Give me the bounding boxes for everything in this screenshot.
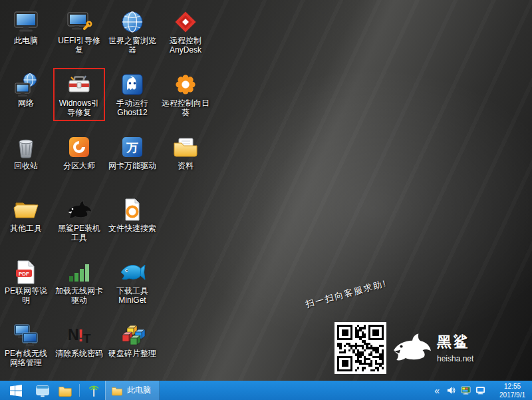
net-mgr-icon <box>2 321 50 349</box>
computer-icon <box>2 8 50 36</box>
brand-logo: 黑鲨 heisha.net <box>391 331 473 363</box>
desktop-icon-miniget-downloader[interactable]: 下载工具MiniGet <box>106 256 158 309</box>
desktop-icon-label: PE有线无线网络管理 <box>2 349 50 368</box>
desktop-icon-pe-network-manager[interactable]: PE有线无线网络管理 <box>0 318 52 371</box>
taskbar: 此电脑 « <box>0 381 532 400</box>
desktop-icon-fast-file-search[interactable]: 文件快速搜索 <box>106 193 158 237</box>
system-tray: « <box>432 381 532 400</box>
desktop-icon-label: 文件快速搜索 <box>108 224 156 234</box>
windows-logo-icon <box>10 385 22 397</box>
desktop-icon-label: 此电脑 <box>2 37 50 46</box>
taskbar-app-this-pc[interactable]: 此电脑 <box>105 381 160 400</box>
brand-name: 黑鲨 <box>437 332 473 352</box>
brand-site: heisha.net <box>437 354 473 363</box>
desktop-icon-other-tools[interactable]: 其他工具 <box>0 193 52 237</box>
wan-icon: 万 <box>108 133 156 161</box>
svg-text:PDF: PDF <box>19 271 29 277</box>
tray-expand-chevron[interactable]: « <box>432 385 442 396</box>
desktop-icon-label: 手动运行Ghost12 <box>108 99 156 118</box>
desktop-icon-world-browser[interactable]: 世界之窗浏览器 <box>106 5 158 59</box>
recycle-icon <box>2 133 50 161</box>
desktop-icon-label: 清除系统密码 <box>55 349 103 359</box>
desktop-icon-partition-master[interactable]: 分区大师 <box>53 130 105 174</box>
desktop-icon-anydesk[interactable]: 远程控制AnyDesk <box>160 5 211 59</box>
anydesk-icon <box>162 8 209 36</box>
quicklaunch-show-desktop[interactable] <box>31 381 54 400</box>
quicklaunch-wifi-tool[interactable] <box>82 381 105 400</box>
folder-icon <box>162 133 209 161</box>
volume-icon[interactable] <box>446 385 456 395</box>
desktop-icon-data-folder[interactable]: 资料 <box>160 130 211 174</box>
password-icon: NT! <box>55 321 103 349</box>
desktop-icon-network[interactable]: 网络 <box>0 68 52 112</box>
shark-logo-icon <box>391 331 432 363</box>
shark-icon <box>55 196 103 224</box>
pdf-icon: PDF <box>2 258 50 286</box>
start-button[interactable] <box>0 381 31 400</box>
svg-text:T: T <box>83 331 91 345</box>
folder-open-icon <box>2 196 50 224</box>
brand-text: 黑鲨 heisha.net <box>437 332 473 363</box>
desktop-icon-label: 资料 <box>162 162 209 171</box>
toolbox-icon <box>55 71 103 99</box>
taskbar-app-label: 此电脑 <box>127 385 151 396</box>
uefi-icon <box>55 8 103 36</box>
desktop-icon-clear-password[interactable]: NT!清除系统密码 <box>53 318 105 362</box>
desktop-icon-label: 硬盘碎片整理 <box>108 349 156 359</box>
search-doc-icon <box>108 196 156 224</box>
folder-icon <box>58 383 72 398</box>
taskbar-divider <box>79 384 80 397</box>
wifi-antenna-icon <box>86 383 101 398</box>
desktop-icon-label: 黑鲨PE装机工具 <box>55 224 103 243</box>
desktop-icon-label: 加载无线网卡驱动 <box>55 287 103 305</box>
clock-date: 2017/9/1 <box>499 391 525 399</box>
network-icon <box>2 71 50 99</box>
qr-caption: 扫一扫向客服求助! <box>305 270 417 310</box>
desktop-icon-label: 分区大师 <box>55 162 103 171</box>
desktop-icon-nic-universal-driver[interactable]: 万网卡万能驱动 <box>106 130 158 174</box>
partition-icon <box>55 133 103 161</box>
display-resolution-icon[interactable] <box>461 385 471 395</box>
sunflower-icon <box>162 71 209 99</box>
desktop-icon-label: 世界之窗浏览器 <box>108 37 156 55</box>
desktop-icon-uefi-boot-repair[interactable]: UEFI引导修复 <box>53 5 105 59</box>
desktop-icon-label: UEFI引导修复 <box>55 37 103 55</box>
clock-time: 12:55 <box>499 382 525 391</box>
signal-icon <box>55 258 103 286</box>
taskbar-clock[interactable]: 12:55 2017/9/1 <box>499 382 528 399</box>
desktop-icon-pe-network-guide[interactable]: PDFPE联网等说明 <box>0 256 52 309</box>
svg-text:万: 万 <box>126 141 138 154</box>
desktop-icon-label: 远程控制AnyDesk <box>162 37 209 55</box>
desktop-icon-label: 其他工具 <box>2 224 50 234</box>
fish-icon <box>108 258 156 286</box>
desktop: 此电脑UEFI引导修复世界之窗浏览器远程控制AnyDesk网络Widnows引导… <box>0 0 532 400</box>
desktop-icon-ghost12[interactable]: 手动运行Ghost12 <box>106 68 158 121</box>
desktop-icon-label: 下载工具MiniGet <box>108 287 156 305</box>
ghost-icon <box>108 71 156 99</box>
desktop-icon-label: Widnows引导修复 <box>55 99 103 118</box>
desktop-icon-this-pc[interactable]: 此电脑 <box>0 5 52 49</box>
desktop-icon-label: 远程控制向日葵 <box>162 99 209 118</box>
desktop-icon-label: PE联网等说明 <box>2 287 50 305</box>
quicklaunch-explorer[interactable] <box>54 381 76 400</box>
desktop-icon-recycle-bin[interactable]: 回收站 <box>0 130 52 174</box>
desktop-icon-windows-boot-repair[interactable]: Widnows引导修复 <box>53 68 105 121</box>
desktop-icon-disk-defrag[interactable]: 硬盘碎片整理 <box>106 318 158 362</box>
desktop-icon-load-wifi-driver[interactable]: 加载无线网卡驱动 <box>53 256 105 309</box>
desktop-icon-sunflower-remote[interactable]: 远程控制向日葵 <box>160 68 211 121</box>
desktop-icon-label: 网卡万能驱动 <box>108 162 156 171</box>
network-status-icon[interactable] <box>475 385 485 395</box>
svg-text:!: ! <box>78 325 84 345</box>
window-icon <box>35 383 50 398</box>
desktop-icon-heisha-pe-installer[interactable]: 黑鲨PE装机工具 <box>53 193 105 246</box>
desktop-icon-label: 网络 <box>2 99 50 108</box>
qr-code <box>334 322 386 374</box>
desktop-icon-label: 回收站 <box>2 162 50 171</box>
globe-icon <box>108 8 156 36</box>
defrag-icon <box>108 321 156 349</box>
folder-icon <box>111 385 123 397</box>
